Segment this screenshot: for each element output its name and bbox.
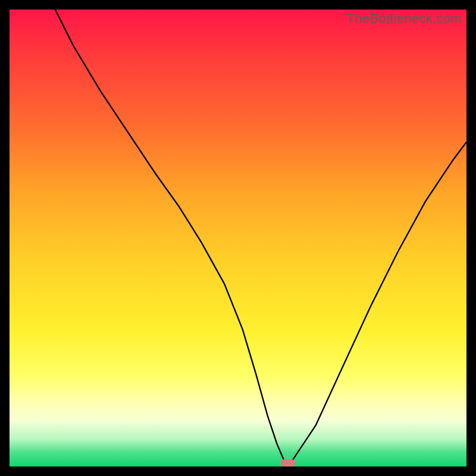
bottleneck-curve [10, 10, 466, 466]
curve-path [55, 10, 466, 463]
chart-frame: TheBottleneck.com [0, 0, 476, 476]
minimum-marker [280, 459, 296, 466]
plot-area: TheBottleneck.com [10, 10, 466, 466]
